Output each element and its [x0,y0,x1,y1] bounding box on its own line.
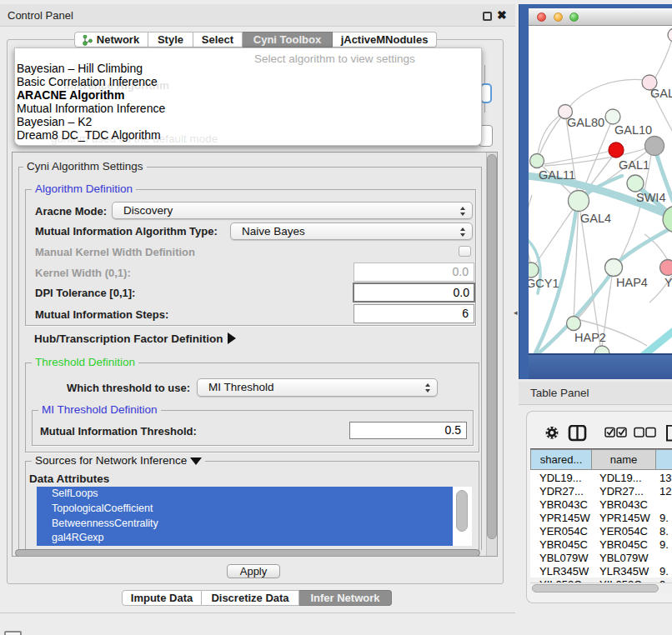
svg-text:GAL1: GAL1 [619,158,649,172]
svg-text:GAL10: GAL10 [614,123,652,137]
svg-text:HAP4: HAP4 [616,276,648,289]
svg-text:GCY1: GCY1 [529,277,559,290]
svg-text:Y: Y [664,276,672,289]
svg-text:GAL80: GAL80 [567,116,604,129]
svg-text:GAL: GAL [650,87,672,100]
svg-text:GAL4: GAL4 [580,212,611,225]
svg-text:HAP2: HAP2 [574,331,606,344]
svg-text:SWI4: SWI4 [636,191,665,204]
svg-text:GAL11: GAL11 [539,168,575,182]
